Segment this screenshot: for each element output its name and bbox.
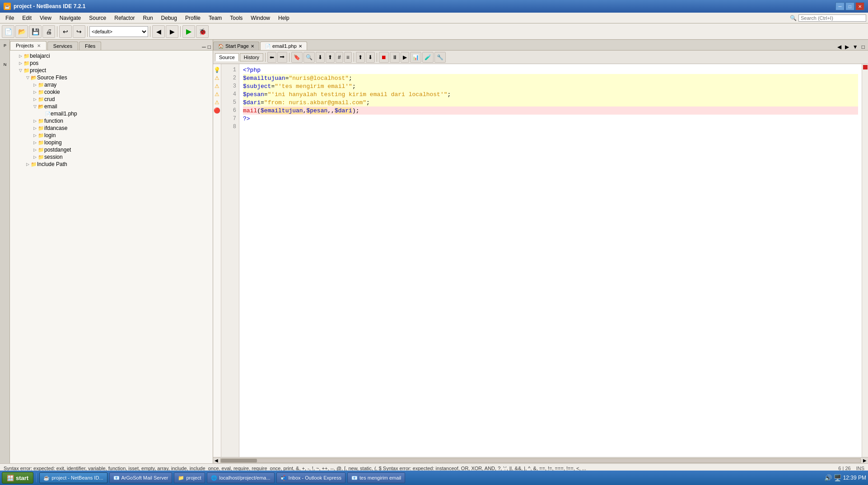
horizontal-scrollbar[interactable]: ◀ ▶	[213, 457, 868, 463]
tree-item-pos[interactable]: ▷ 📁 pos	[12, 60, 211, 67]
line-num-8: 8	[221, 123, 239, 131]
tree-item-include-path[interactable]: ▷ 📁 Include Path	[12, 161, 211, 168]
forward-button[interactable]: ▶	[166, 25, 178, 38]
nav-projects-icon[interactable]: P	[1, 42, 9, 50]
tree-item-looping[interactable]: ▷ 📁 looping	[12, 139, 211, 146]
menu-file[interactable]: File	[2, 14, 18, 22]
debug-button[interactable]: 🐞	[196, 25, 209, 38]
close-projects-tab[interactable]: ✕	[37, 43, 41, 48]
panel-minimize-button[interactable]: ─	[202, 44, 206, 50]
pause-button[interactable]: ⏸	[390, 52, 400, 63]
maximize-button[interactable]: □	[845, 2, 854, 10]
tab-projects[interactable]: Projects ✕	[10, 41, 47, 50]
scroll-track[interactable]	[220, 458, 861, 463]
scroll-right-button[interactable]: ▶	[862, 458, 868, 463]
taskbar-btn-project[interactable]: 📁 project	[174, 472, 205, 483]
stop-button[interactable]: ⏹	[379, 52, 389, 63]
configuration-dropdown[interactable]: <default>	[89, 26, 148, 37]
tab-list-button[interactable]: ▼	[851, 44, 859, 50]
tree-item-source-files[interactable]: ▽ 📂 Source Files	[12, 74, 211, 81]
prev-error-button[interactable]: ⬆	[356, 52, 365, 63]
find-next-button[interactable]: ⬇	[316, 52, 325, 63]
menu-view[interactable]: View	[36, 14, 55, 22]
tab-maximize-button[interactable]: □	[860, 44, 866, 50]
tree-item-belajarci[interactable]: ▷ 📁 belajarci	[12, 52, 211, 60]
menu-run[interactable]: Run	[140, 14, 157, 22]
open-button[interactable]: 📂	[15, 25, 28, 38]
menu-edit[interactable]: Edit	[19, 14, 35, 22]
titlebar: ☕ project - NetBeans IDE 7.2.1 ─ □ ✕	[0, 0, 868, 13]
menu-debug[interactable]: Debug	[158, 14, 181, 22]
gutter-row-1: 💡	[213, 66, 221, 74]
tab-scroll-right[interactable]: ▶	[844, 44, 850, 50]
menu-refactor[interactable]: Refactor	[111, 14, 138, 22]
save-all-button[interactable]: 🖨	[42, 25, 55, 38]
profiler-button[interactable]: 📊	[410, 52, 421, 63]
diff-button[interactable]: ≡	[344, 52, 352, 63]
scroll-thumb[interactable]	[221, 459, 257, 462]
tree-item-email[interactable]: ▽ 📂 email	[12, 103, 211, 110]
debug-run-button[interactable]: ▶	[401, 52, 409, 63]
back-button[interactable]: ◀	[152, 25, 165, 38]
source-tab-button[interactable]: Source	[215, 53, 239, 61]
minimize-button[interactable]: ─	[835, 2, 845, 10]
toggle-linenumbers-button[interactable]: #	[336, 52, 343, 63]
close-start-page-tab[interactable]: ✕	[251, 44, 254, 49]
back-navigation-button[interactable]: ⬅	[267, 52, 276, 63]
close-button[interactable]: ✕	[855, 2, 864, 10]
tree-item-project[interactable]: ▽ 📁 project	[12, 67, 211, 74]
tab-services[interactable]: Services	[47, 42, 78, 50]
taskbar-btn-argosoft[interactable]: 📧 ArGoSoft Mail Server	[109, 472, 173, 483]
error-marker[interactable]	[863, 65, 868, 69]
start-button[interactable]: 🪟 start	[2, 472, 33, 484]
tab-email1-php[interactable]: 📄 email1.php ✕	[260, 42, 307, 50]
tree-item-crud[interactable]: ▷ 📁 crud	[12, 96, 211, 103]
toolbar-sep	[265, 53, 266, 62]
taskbar-btn-localhost[interactable]: 🌐 localhost/project/ema...	[207, 472, 274, 483]
search-button[interactable]: 🔍	[303, 52, 315, 63]
next-error-button[interactable]: ⬇	[366, 52, 375, 63]
close-email1-tab[interactable]: ✕	[299, 44, 302, 49]
history-tab-button[interactable]: History	[240, 53, 263, 61]
menu-help[interactable]: Help	[275, 14, 293, 22]
menu-team[interactable]: Team	[205, 14, 225, 22]
tab-files[interactable]: Files	[79, 42, 101, 50]
tree-item-array[interactable]: ▷ 📁 array	[12, 81, 211, 88]
tab-scroll-left[interactable]: ◀	[836, 44, 843, 50]
tree-item-cookie[interactable]: ▷ 📁 cookie	[12, 88, 211, 96]
find-prev-button[interactable]: ⬆	[326, 52, 335, 63]
nav-navigator-icon[interactable]: N	[1, 60, 9, 69]
php-folder-icon: 📁	[23, 68, 30, 74]
tree-item-login[interactable]: ▷ 📁 login	[12, 132, 211, 139]
menu-source[interactable]: Source	[85, 14, 110, 22]
run-button[interactable]: ▶	[182, 25, 195, 38]
tab-start-page[interactable]: 🏠 Start Page ✕	[213, 42, 259, 50]
panel-maximize-button[interactable]: □	[208, 44, 211, 50]
taskbar-btn-netbeans[interactable]: ☕ project - NetBeans ID...	[39, 472, 107, 483]
forward-navigation-button[interactable]: ⮕	[277, 52, 287, 63]
tree-item-postdanget[interactable]: ▷ 📁 postdanget	[12, 146, 211, 153]
new-file-button[interactable]: 📄	[2, 25, 14, 38]
source-folder-icon: 📂	[31, 75, 37, 81]
code-content-area[interactable]: <?php $emailtujuan="nuris@localhost"; $s…	[239, 64, 862, 457]
test-button[interactable]: 🧪	[422, 52, 434, 63]
line-num-1: 1	[221, 66, 239, 74]
line-num-4: 4	[221, 90, 239, 98]
tree-item-session[interactable]: ▷ 📁 session	[12, 153, 211, 161]
redo-button[interactable]: ↪	[73, 25, 85, 38]
menu-window[interactable]: Window	[247, 14, 274, 22]
undo-button[interactable]: ↩	[59, 25, 72, 38]
menu-tools[interactable]: Tools	[226, 14, 246, 22]
tools-button[interactable]: 🔧	[434, 52, 446, 63]
tree-item-function[interactable]: ▷ 📁 function	[12, 117, 211, 125]
scroll-left-button[interactable]: ◀	[213, 458, 219, 463]
toggle-bookmark-button[interactable]: 🔖	[291, 52, 303, 63]
taskbar-btn-outlook[interactable]: 📬 Inbox - Outlook Express	[276, 472, 345, 483]
save-button[interactable]: 💾	[29, 25, 42, 38]
menu-profile[interactable]: Profile	[182, 14, 204, 22]
tree-item-ifdancase[interactable]: ▷ 📁 ifdancase	[12, 125, 211, 132]
tree-item-email1-php[interactable]: 📄 email1.php	[12, 110, 211, 117]
taskbar-btn-tes-email[interactable]: 📧 tes mengirim email	[347, 472, 405, 483]
search-input[interactable]	[798, 14, 866, 22]
menu-navigate[interactable]: Navigate	[56, 14, 84, 22]
